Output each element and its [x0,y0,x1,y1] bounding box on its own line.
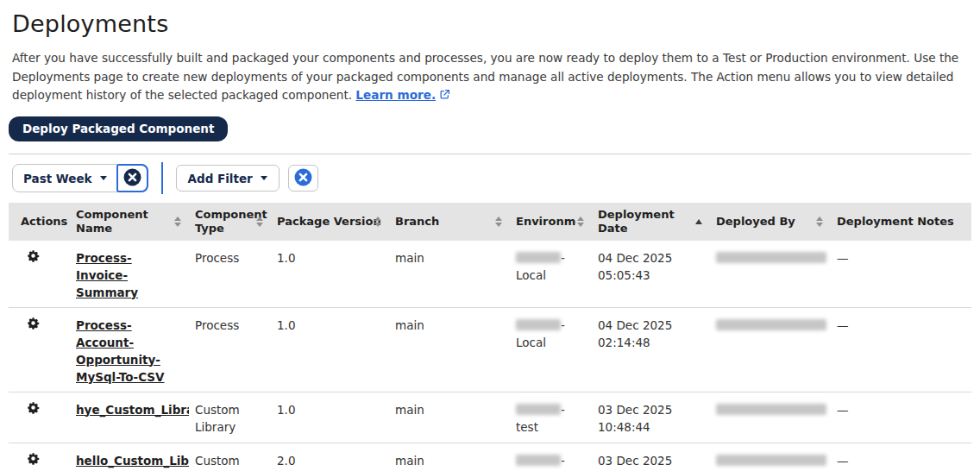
component-type-cell: Custom Library [188,443,270,471]
section-divider [9,154,971,154]
deployments-table: Actions Component Name Component Type Pa… [9,203,971,471]
date-filter-group: Past Week [12,164,148,192]
sort-icon [577,217,584,227]
date-filter-label: Past Week [23,172,92,185]
redacted-deployed-by [716,319,826,330]
redacted-deployed-by [716,252,826,263]
add-filter-dropdown[interactable]: Add Filter [176,165,280,192]
gear-icon [27,404,40,417]
column-header-branch[interactable]: Branch [388,203,509,241]
sort-icon [374,217,381,227]
learn-more-link[interactable]: Learn more. [355,88,436,102]
column-header-package-version[interactable]: Package Version [270,203,388,241]
component-name-link[interactable]: hye_Custom_Library [76,401,189,418]
column-header-deployed-by[interactable]: Deployed By [709,203,830,241]
table-row: hello_Custom_Library Custom Library 2.0 … [9,443,971,471]
table-row: hye_Custom_Library Custom Library 1.0 ma… [9,392,971,443]
package-version-cell: 1.0 [270,392,388,443]
filter-bar: Past Week Add Filter [12,162,980,195]
sort-icon [256,217,263,227]
component-type-cell: Process [188,307,270,392]
column-header-component-name[interactable]: Component Name [69,203,188,241]
deployment-date-cell: 04 Dec 202502:14:48 [591,307,709,392]
gear-icon [27,455,40,468]
actions-gear-button[interactable] [27,452,40,465]
deployment-date-cell: 04 Dec 202505:05:43 [591,241,709,308]
actions-gear-button[interactable] [27,401,40,414]
deploy-packaged-component-button[interactable]: Deploy Packaged Component [9,116,228,141]
chevron-down-icon [100,176,107,180]
deployment-notes-cell: — [830,392,971,443]
redacted-environment [516,404,561,415]
column-header-environment[interactable]: Environment [509,203,591,241]
redacted-environment [516,455,561,466]
description-text: After you have successfully built and pa… [12,51,958,102]
package-version-cell: 2.0 [270,443,388,471]
package-version-cell: 1.0 [270,307,388,392]
sort-icon [495,217,502,227]
deployment-date-cell: 03 Dec 202510:21:42 [591,443,709,471]
chevron-down-icon [261,176,267,180]
package-version-cell: 1.0 [270,241,388,308]
component-name-link[interactable]: Process-Invoice-Summary [76,251,138,299]
date-filter-clear-button[interactable] [116,164,148,192]
deployment-notes-cell: — [830,241,971,308]
deployment-notes-cell: — [830,443,971,471]
column-header-component-type[interactable]: Component Type [188,203,270,241]
sort-ascending-icon [695,219,702,224]
column-header-actions: Actions [9,203,69,241]
date-filter-dropdown[interactable]: Past Week [13,165,117,192]
clear-circle-icon [294,168,312,189]
environment-cell: -test [509,392,591,443]
component-name-link[interactable]: hello_Custom_Library [76,452,189,469]
deployed-by-cell [709,241,830,308]
environment-cell: -Local [509,241,591,308]
component-name-link[interactable]: Process-Account-Opportunity-MySql-To-CSV [76,318,165,384]
redacted-environment [516,319,561,330]
deployment-notes-cell: — [830,307,971,392]
environment-cell: -Local [509,307,591,392]
sort-icon [816,217,823,227]
component-type-cell: Process [188,241,270,308]
page-title: Deployments [12,10,980,37]
redacted-deployed-by [716,404,826,415]
actions-gear-button[interactable] [27,317,40,330]
branch-cell: main [388,443,509,471]
column-header-deployment-notes: Deployment Notes [830,203,971,241]
page-description: After you have successfully built and pa… [12,49,968,106]
filter-divider [161,162,163,194]
deployed-by-cell [709,307,830,392]
gear-icon [27,252,40,265]
branch-cell: main [388,307,509,392]
environment-cell: -test [509,443,591,471]
actions-gear-button[interactable] [27,249,40,262]
branch-cell: main [388,241,509,308]
column-header-deployment-date[interactable]: Deployment Date [591,203,709,241]
sort-icon [174,217,181,227]
deployments-page: Deployments After you have successfully … [0,0,980,471]
gear-icon [27,319,40,332]
external-link-icon [439,87,450,106]
table-row: Process-Account-Opportunity-MySql-To-CSV… [9,307,971,392]
deployment-date-cell: 03 Dec 202510:48:44 [591,392,709,443]
component-type-cell: Custom Library [188,392,270,443]
table-row: Process-Invoice-Summary Process 1.0 main… [9,241,971,308]
clear-filters-button[interactable] [288,165,318,192]
redacted-environment [516,252,561,263]
branch-cell: main [388,392,509,443]
clear-circle-icon [123,168,141,189]
table-header-row: Actions Component Name Component Type Pa… [9,203,971,241]
deployed-by-cell [709,443,830,471]
add-filter-label: Add Filter [188,172,253,185]
redacted-deployed-by [716,455,826,466]
deployed-by-cell [709,392,830,443]
